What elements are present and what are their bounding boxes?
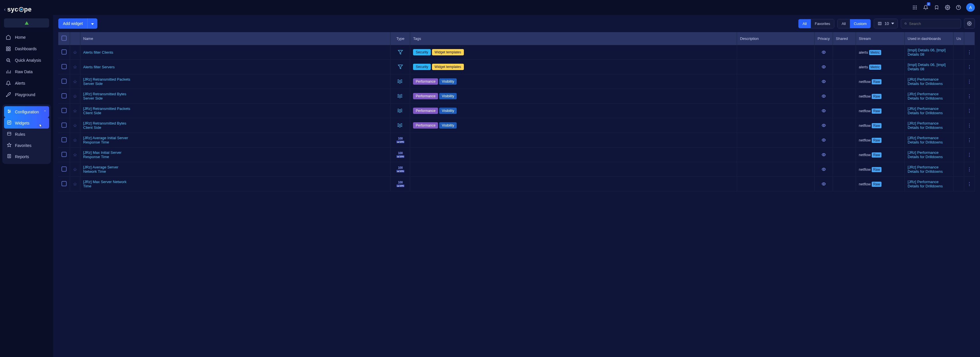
subnav-favorites[interactable]: Favorites [4, 140, 49, 151]
favorite-star[interactable]: ☆ [73, 108, 77, 113]
row-checkbox[interactable] [62, 137, 67, 142]
col-description[interactable]: Description [737, 32, 815, 45]
widget-name-link[interactable]: [JRz] Max Initial Server Response Time [83, 151, 132, 159]
row-checkbox[interactable] [62, 64, 67, 69]
favorite-star[interactable]: ☆ [73, 167, 77, 172]
col-stream[interactable]: Stream [856, 32, 905, 45]
subnav-configuration[interactable]: Configuration ⌃ [4, 106, 49, 117]
widget-name-link[interactable]: Alerts filter Servers [83, 65, 115, 69]
search-input[interactable] [909, 22, 957, 26]
bookmark-icon[interactable] [934, 4, 940, 11]
widget-name-link[interactable]: [JRz] Retransmitted Bytes Client Side [83, 121, 132, 130]
used-in-link[interactable]: [JRz] Performance Details for Drilldowns [908, 106, 943, 115]
shared-cell [833, 148, 856, 162]
columns-selector[interactable]: 10 [874, 19, 898, 29]
row-menu-button[interactable]: ⋮ [964, 162, 975, 177]
col-privacy[interactable]: Privacy [815, 32, 833, 45]
widget-name-link[interactable]: [JRz] Average Server Network Time [83, 165, 132, 174]
widget-name-link[interactable]: [JRz] Retransmitted Bytes Server Side [83, 92, 132, 100]
row-checkbox[interactable] [62, 122, 67, 128]
stream-badge: Raw [872, 182, 881, 187]
add-widget-dropdown[interactable] [88, 18, 97, 29]
filter-all2-button[interactable]: All [838, 19, 850, 28]
col-tags[interactable]: Tags [410, 32, 737, 45]
row-checkbox[interactable] [62, 79, 67, 84]
row-checkbox[interactable] [62, 108, 67, 113]
nav-dashboards[interactable]: Dashboards [2, 43, 51, 54]
tag-perf: Performance [413, 93, 438, 99]
row-menu-button[interactable]: ⋮ [964, 148, 975, 162]
nav-home[interactable]: Home [2, 32, 51, 43]
widget-name-link[interactable]: [JRz] Average Initial Server Response Ti… [83, 136, 132, 144]
row-checkbox[interactable] [62, 167, 67, 171]
filter-custom-button[interactable]: Custom [850, 19, 871, 28]
collapse-button[interactable] [4, 18, 49, 27]
row-menu-button[interactable]: ⋮ [964, 118, 975, 133]
widget-name-link[interactable]: [JRz] Max Server Network Time [83, 180, 132, 188]
table-settings-button[interactable] [964, 18, 975, 29]
widget-name-link[interactable]: [JRz] Retransmitted Packets Client Side [83, 106, 132, 115]
stream-cell: netflow Raw [856, 148, 905, 162]
nav-raw-data[interactable]: Raw Data [2, 66, 51, 78]
favorite-star[interactable]: ☆ [73, 182, 77, 187]
nav-playground[interactable]: Playground [2, 89, 51, 100]
row-checkbox[interactable] [62, 93, 67, 98]
favorite-star[interactable]: ☆ [73, 138, 77, 143]
settings-icon[interactable] [944, 4, 951, 11]
description-cell [737, 45, 815, 60]
row-menu-button[interactable]: ⋮ [964, 74, 975, 89]
favorite-star[interactable]: ☆ [73, 152, 77, 157]
row-menu-button[interactable]: ⋮ [964, 45, 975, 60]
row-menu-button[interactable]: ⋮ [964, 133, 975, 148]
nav-quick-analysis[interactable]: Quick Analysis [2, 54, 51, 66]
row-checkbox[interactable] [62, 49, 67, 54]
row-checkbox[interactable] [62, 181, 67, 186]
widget-name-link[interactable]: Alerts filter Clients [83, 50, 113, 54]
favorite-star[interactable]: ☆ [73, 94, 77, 99]
used-in-link[interactable]: [tmpl] Details 06, [tmpl] Details 08 [908, 48, 945, 57]
select-all-checkbox[interactable] [62, 36, 67, 41]
col-type[interactable]: Type [391, 32, 410, 45]
row-menu-button[interactable]: ⋮ [964, 103, 975, 118]
used-in-link[interactable]: [JRz] Performance Details for Drilldowns [908, 180, 943, 188]
subnav-widgets[interactable]: Widgets [4, 117, 49, 129]
row-menu-button[interactable]: ⋮ [964, 60, 975, 74]
used-in-link[interactable]: [JRz] Performance Details for Drilldowns [908, 165, 943, 174]
nav-label: Alerts [15, 81, 25, 86]
row-menu-button[interactable]: ⋮ [964, 89, 975, 103]
filter-favorites-button[interactable]: Favorites [811, 19, 834, 28]
nav-alerts[interactable]: Alerts [2, 78, 51, 89]
used-in-link[interactable]: [JRz] Performance Details for Drilldowns [908, 151, 943, 159]
notifications-icon[interactable]: 2 [923, 4, 929, 11]
col-used[interactable]: Used in dashboards [905, 32, 954, 45]
apps-icon[interactable] [912, 4, 918, 11]
col-shared[interactable]: Shared [833, 32, 856, 45]
favorite-star[interactable]: ☆ [73, 79, 77, 84]
col-name[interactable]: Name [80, 32, 391, 45]
used-in-link[interactable]: [tmpl] Details 06, [tmpl] Details 08 [908, 63, 945, 71]
widget-name-link[interactable]: [JRz] Retransmitted Packets Server Side [83, 77, 132, 86]
user-avatar[interactable]: A [966, 3, 975, 12]
filter-all-favorites: All Favorites [798, 19, 834, 29]
col-us[interactable]: Us [954, 32, 964, 45]
favorite-star[interactable]: ☆ [73, 123, 77, 128]
add-widget-button[interactable]: Add widget [58, 18, 88, 29]
help-icon[interactable] [955, 4, 962, 11]
subnav-rules[interactable]: Rules [4, 129, 49, 140]
used-in-link[interactable]: [JRz] Performance Details for Drilldowns [908, 77, 943, 86]
us-cell [954, 74, 964, 89]
privacy-eye-icon [818, 167, 830, 171]
used-in-link[interactable]: [JRz] Performance Details for Drilldowns [908, 121, 943, 130]
back-chevron-icon[interactable]: ‹ [4, 7, 5, 12]
search-box[interactable] [901, 19, 961, 29]
used-in-link[interactable]: [JRz] Performance Details for Drilldowns [908, 92, 943, 100]
row-checkbox[interactable] [62, 152, 67, 157]
row-menu-button[interactable]: ⋮ [964, 177, 975, 191]
favorite-star[interactable]: ☆ [73, 65, 77, 70]
tags-cell [410, 133, 737, 148]
used-in-link[interactable]: [JRz] Performance Details for Drilldowns [908, 136, 943, 144]
subnav-reports[interactable]: Reports [4, 151, 49, 162]
filter-all-button[interactable]: All [799, 19, 811, 28]
svg-point-42 [823, 95, 824, 97]
favorite-star[interactable]: ☆ [73, 50, 77, 55]
